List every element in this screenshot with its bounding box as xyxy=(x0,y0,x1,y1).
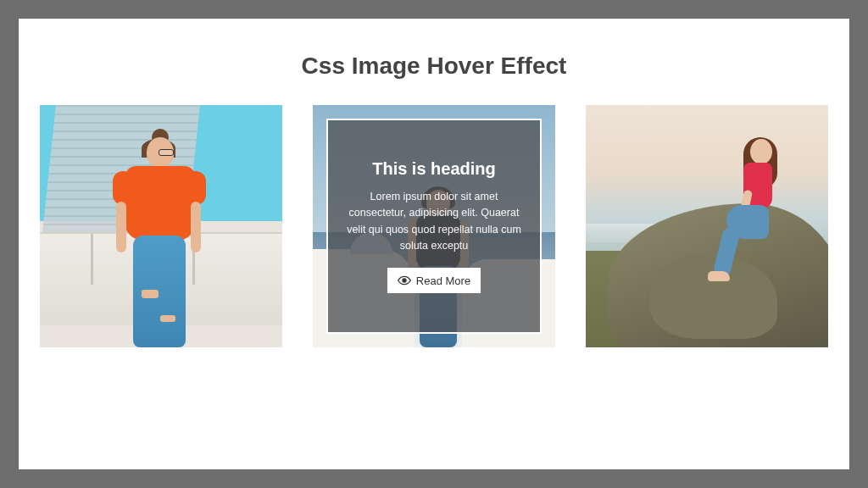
page-canvas: Css Image Hover Effect xyxy=(19,19,849,469)
overlay-body-text: Lorem ipsum dolor sit amet consectetur, … xyxy=(342,189,526,255)
card-row: This is heading Lorem ipsum dolor sit am… xyxy=(19,105,849,347)
hover-overlay: This is heading Lorem ipsum dolor sit am… xyxy=(326,119,542,334)
page-title: Css Image Hover Effect xyxy=(19,53,849,80)
read-more-label: Read More xyxy=(416,274,470,287)
illustration-person xyxy=(106,137,208,347)
eye-icon xyxy=(398,274,411,287)
illustration-person xyxy=(709,139,803,317)
read-more-button[interactable]: Read More xyxy=(387,268,481,293)
svg-point-0 xyxy=(403,279,406,282)
hover-card-2[interactable]: This is heading Lorem ipsum dolor sit am… xyxy=(313,105,555,347)
hover-card-3[interactable] xyxy=(586,105,828,347)
hover-card-1[interactable] xyxy=(40,105,282,347)
overlay-heading: This is heading xyxy=(372,159,496,179)
